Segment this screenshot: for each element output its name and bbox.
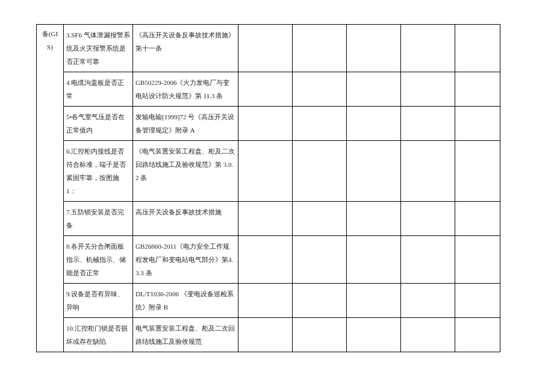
cell-empty bbox=[293, 318, 347, 352]
cell-empty bbox=[238, 284, 293, 318]
cell-empty bbox=[238, 72, 293, 107]
cell-item: 5•各气室气压是否在正常值内 bbox=[64, 107, 133, 141]
table-row: 4.电缆沟盖板是否正常 GB50229-2006《火力发电厂与变电站设计防火规范… bbox=[37, 72, 500, 107]
cell-empty bbox=[455, 202, 500, 236]
cell-ref: 电气装置安装工程盘、柜及二次回路结线施工及验收规范 bbox=[133, 318, 238, 352]
cell-empty bbox=[293, 202, 347, 236]
cell-empty bbox=[293, 284, 347, 318]
cell-ref: GB26860-2011《电力安全工作规程发电厂和变电站电气部分》第4.3.3 … bbox=[133, 236, 238, 284]
cell-empty bbox=[293, 236, 347, 284]
cell-empty bbox=[238, 107, 293, 141]
cell-empty bbox=[401, 236, 455, 284]
cell-empty bbox=[347, 284, 401, 318]
document-page: { "rows": [ { "a": "备(GIS)", "b": "3.SF6… bbox=[0, 0, 554, 392]
cell-empty bbox=[401, 72, 455, 107]
cell-empty bbox=[455, 72, 500, 107]
inspection-table: 备(GIS) 3.SF6 气体泄漏报警系统及火灾报警系统是否正常可靠 《高压开关… bbox=[36, 24, 500, 352]
cell-empty bbox=[347, 202, 401, 236]
cell-item: 10.汇控柜门锁是否损坏或存在缺陷 bbox=[64, 318, 133, 352]
table-row: 6.汇控柜内接线是否符合标准，端子是否紧固牢靠，按图施 1： 《电气装置安装工程… bbox=[37, 141, 500, 202]
cell-category: 备(GIS) bbox=[37, 25, 64, 352]
cell-empty bbox=[347, 236, 401, 284]
table-row: 8.各开关分合闸面板指示、机械指示、储能是否正常 GB26860-2011《电力… bbox=[37, 236, 500, 284]
cell-empty bbox=[455, 141, 500, 202]
cell-empty bbox=[401, 284, 455, 318]
cell-empty bbox=[347, 107, 401, 141]
table-row: 9.设备是否有异味、异响 DL/T1036-2006 《变电设备巡检系统》附录 … bbox=[37, 284, 500, 318]
cell-empty bbox=[293, 107, 347, 141]
cell-empty bbox=[401, 202, 455, 236]
cell-empty bbox=[238, 318, 293, 352]
cell-empty bbox=[238, 141, 293, 202]
cell-empty bbox=[401, 141, 455, 202]
cell-empty bbox=[401, 318, 455, 352]
cell-ref: 《高压开关设备反事故技术措施》第十一条 bbox=[133, 25, 238, 72]
cell-item: 3.SF6 气体泄漏报警系统及火灾报警系统是否正常可靠 bbox=[64, 25, 133, 72]
cell-item: 6.汇控柜内接线是否符合标准，端子是否紧固牢靠，按图施 1： bbox=[64, 141, 133, 202]
cell-ref: 高压开关设备反事故技术措施 bbox=[133, 202, 238, 236]
cell-empty bbox=[347, 141, 401, 202]
cell-empty bbox=[401, 107, 455, 141]
cell-item: 9.设备是否有异味、异响 bbox=[64, 284, 133, 318]
cell-empty bbox=[293, 72, 347, 107]
cell-empty bbox=[455, 284, 500, 318]
cell-empty bbox=[455, 236, 500, 284]
cell-empty bbox=[238, 25, 293, 72]
cell-empty bbox=[347, 25, 401, 72]
cell-item: 8.各开关分合闸面板指示、机械指示、储能是否正常 bbox=[64, 236, 133, 284]
cell-empty bbox=[238, 202, 293, 236]
cell-empty bbox=[401, 25, 455, 72]
cell-ref: GB50229-2006《火力发电厂与变电站设计防火规范》第 11.3 条 bbox=[133, 72, 238, 107]
cell-empty bbox=[293, 141, 347, 202]
cell-ref: 《电气装置安装工程盘、柜及二次回路结线施工及验收规范》第 3.0.2 条 bbox=[133, 141, 238, 202]
cell-empty bbox=[347, 72, 401, 107]
cell-item: 4.电缆沟盖板是否正常 bbox=[64, 72, 133, 107]
cell-ref: DL/T1036-2006 《变电设备巡检系统》附录 B bbox=[133, 284, 238, 318]
table-row: 7.五防锁安装是否完备 高压开关设备反事故技术措施 bbox=[37, 202, 500, 236]
cell-empty bbox=[455, 25, 500, 72]
cell-empty bbox=[455, 318, 500, 352]
cell-empty bbox=[293, 25, 347, 72]
cell-item: 7.五防锁安装是否完备 bbox=[64, 202, 133, 236]
cell-empty bbox=[347, 318, 401, 352]
table-row: 备(GIS) 3.SF6 气体泄漏报警系统及火灾报警系统是否正常可靠 《高压开关… bbox=[37, 25, 500, 72]
table-row: 10.汇控柜门锁是否损坏或存在缺陷 电气装置安装工程盘、柜及二次回路结线施工及验… bbox=[37, 318, 500, 352]
table-row: 5•各气室气压是否在正常值内 发输电输[1999]72 号《高压开关设备管理规定… bbox=[37, 107, 500, 141]
cell-ref: 发输电输[1999]72 号《高压开关设备管理规定》附录 A bbox=[133, 107, 238, 141]
cell-empty bbox=[455, 107, 500, 141]
cell-empty bbox=[238, 236, 293, 284]
